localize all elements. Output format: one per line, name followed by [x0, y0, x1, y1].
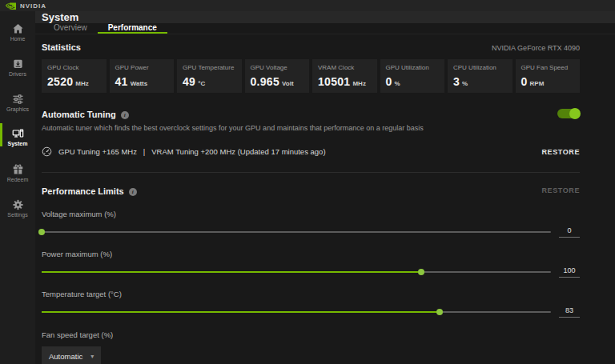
tuning-status-text: GPU Tuning +165 MHz | VRAM Tuning +200 M… — [58, 147, 326, 156]
statistics-cards: GPU Clock 2520MHz GPU Power 41Watts GPU … — [42, 59, 580, 93]
performance-limits-section: Performance Limitsi RESTORE Voltage maxi… — [42, 183, 580, 364]
performance-limits-title: Performance Limits — [42, 186, 124, 196]
fan-speed-selected-value: Automatic — [49, 352, 82, 361]
sidebar: Home Drivers Graphics — [0, 11, 35, 364]
power-maximum-slider[interactable] — [42, 271, 551, 273]
sidebar-item-label: Settings — [7, 212, 27, 218]
slider-fill — [42, 271, 421, 273]
toggle-knob — [569, 108, 581, 119]
slider-knob[interactable] — [436, 309, 443, 315]
sidebar-item-label: System — [8, 141, 28, 146]
drivers-icon — [12, 58, 24, 70]
voltage-maximum-slider[interactable] — [42, 231, 551, 233]
gear-icon — [12, 199, 24, 210]
gift-icon — [12, 164, 24, 175]
performance-limits-restore-button[interactable]: RESTORE — [541, 186, 580, 194]
sidebar-item-system[interactable]: System — [0, 122, 35, 151]
automatic-tuning-title: Automatic Tuning — [42, 110, 116, 119]
info-icon[interactable]: i — [129, 188, 137, 196]
gpu-name: NVIDIA GeForce RTX 4090 — [492, 44, 580, 52]
fan-speed-target-label: Fan speed target (%) — [42, 330, 580, 339]
fan-speed-target-group: Fan speed target (%) Automatic ▾ — [42, 330, 580, 364]
sidebar-item-graphics[interactable]: Graphics — [0, 87, 35, 116]
sidebar-item-label: Redeem — [7, 177, 28, 182]
automatic-tuning-restore-button[interactable]: RESTORE — [541, 148, 580, 156]
sidebar-item-label: Graphics — [6, 106, 29, 112]
home-icon — [12, 23, 24, 34]
temperature-target-slider[interactable] — [42, 311, 551, 313]
sidebar-item-settings[interactable]: Settings — [0, 193, 35, 222]
chevron-down-icon: ▾ — [90, 353, 94, 360]
stat-card-cpu-utilization: CPU Utilization 3% — [448, 59, 512, 93]
stat-card-gpu-power: GPU Power 41Watts — [110, 59, 175, 93]
voltage-maximum-label: Voltage maximum (%) — [42, 210, 580, 218]
gauge-icon — [42, 146, 52, 157]
page-title: System — [42, 11, 78, 23]
sidebar-item-drivers[interactable]: Drivers — [0, 52, 35, 81]
stat-card-gpu-clock: GPU Clock 2520MHz — [42, 59, 107, 93]
automatic-tuning-section: Automatic Tuningi Automatic tuner which … — [42, 106, 580, 173]
tab-bar: Overview Performance — [35, 23, 615, 34]
info-icon[interactable]: i — [121, 111, 129, 119]
automatic-tuning-description: Automatic tuner which finds the best ove… — [42, 124, 580, 132]
nvidia-logo-icon — [6, 2, 16, 10]
tab-overview[interactable]: Overview — [43, 23, 98, 34]
stat-card-vram-clock: VRAM Clock 10501MHz — [312, 59, 377, 93]
automatic-tuning-toggle[interactable] — [557, 109, 580, 118]
temperature-target-value[interactable]: 83 — [559, 306, 580, 318]
sidebar-item-label: Drivers — [9, 71, 26, 77]
stat-card-gpu-utilization: GPU Utilization 0% — [380, 59, 445, 93]
voltage-maximum-value[interactable]: 0 — [559, 226, 580, 238]
stat-card-gpu-temperature: GPU Temperature 49°C — [177, 59, 242, 93]
page-content: Statistics NVIDIA GeForce RTX 4090 GPU C… — [35, 34, 615, 364]
section-divider — [42, 172, 580, 173]
graphics-icon — [12, 94, 24, 105]
slider-knob[interactable] — [38, 229, 45, 235]
temperature-target-group: Temperature target (°C) 83 — [42, 290, 580, 318]
sidebar-item-label: Home — [10, 36, 26, 42]
sidebar-item-redeem[interactable]: Redeem — [0, 158, 35, 186]
main-panel: System Overview Performance Statistics N… — [35, 11, 615, 364]
slider-fill — [42, 311, 440, 313]
temperature-target-label: Temperature target (°C) — [42, 290, 580, 298]
statistics-title: Statistics — [42, 42, 81, 52]
power-maximum-group: Power maximum (%) 100 — [42, 250, 580, 278]
sidebar-item-home[interactable]: Home — [0, 17, 35, 46]
page-header: System — [35, 11, 615, 23]
window-titlebar: NVIDIA — [0, 0, 615, 11]
tab-performance[interactable]: Performance — [98, 23, 167, 34]
slider-knob[interactable] — [418, 269, 424, 275]
power-maximum-value[interactable]: 100 — [559, 266, 580, 278]
system-icon — [12, 128, 24, 139]
stat-card-gpu-voltage: GPU Voltage 0.965Volt — [245, 59, 310, 93]
voltage-maximum-group: Voltage maximum (%) 0 — [42, 210, 580, 238]
fan-speed-dropdown[interactable]: Automatic ▾ — [42, 346, 101, 364]
app-brand: NVIDIA — [20, 2, 46, 10]
power-maximum-label: Power maximum (%) — [42, 250, 580, 258]
stat-card-gpu-fan-speed: GPU Fan Speed 0RPM — [516, 59, 581, 93]
